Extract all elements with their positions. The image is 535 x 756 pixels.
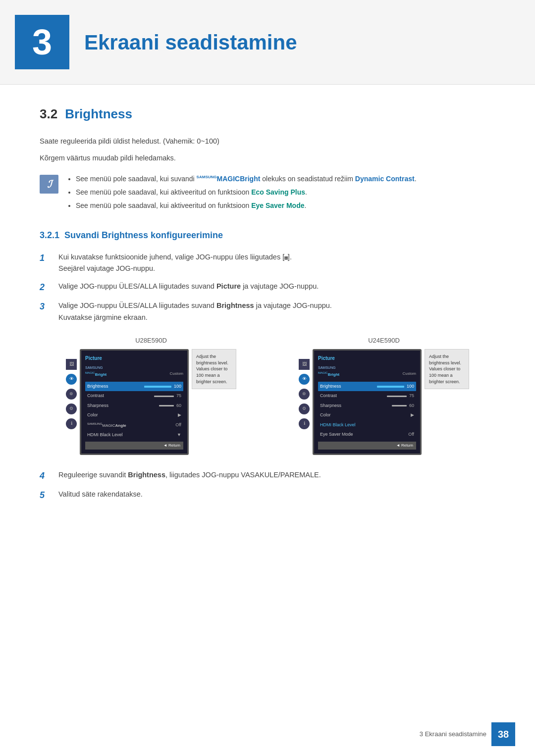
monitors-area: U28E590D 🖼 👁 ⊕ ⚙ ℹ Picture SAMSUNG MAGIC… (40, 336, 495, 455)
step-1: 1 Kui kuvatakse funktsioonide juhend, va… (40, 252, 495, 275)
step-4: 4 Reguleerige suvandit Brightness, liigu… (40, 470, 495, 482)
monitor-icon-info-r: ℹ (299, 418, 310, 429)
menu-item-brightness-left: Brightness 100 (85, 382, 183, 392)
return-btn-left: ◄ Return (85, 442, 183, 450)
monitor-icon-pic-r: 🖼 (299, 359, 310, 370)
monitor-icon-eye: 👁 (66, 374, 77, 385)
chapter-title: Ekraani seadistamine (84, 27, 297, 58)
menu-item-color-left: Color ▶ (85, 410, 183, 420)
menu-item-contrast-left: Contrast 75 (85, 391, 183, 401)
steps-list-after: 4 Reguleerige suvandit Brightness, liigu… (40, 470, 495, 502)
note-list: See menüü pole saadaval, kui suvandi SAM… (66, 174, 495, 211)
section-number: 3.2 (40, 104, 57, 124)
monitor-right: U24E590D 🖼 👁 ⊕ ⚙ ℹ Picture SAMSUNG MAGIC… (272, 336, 495, 455)
eco-saving-plus: Eco Saving Plus (251, 188, 305, 196)
intro-line1: Saate reguleerida pildi üldist heledust.… (40, 136, 495, 147)
section-title: Brightness (65, 104, 132, 124)
menu-item-magic-angle-left: SAMSUNGMAGICAngle Off (85, 420, 183, 430)
menu-item-contrast-right: Contrast 75 (318, 391, 416, 401)
chapter-header: 3 Ekraani seadistamine (0, 0, 535, 85)
note-item-2: See menüü pole saadaval, kui aktiveeritu… (76, 187, 495, 198)
page-footer: 3 Ekraani seadistamine 38 (420, 722, 515, 746)
menu-item-sharpness-left: Sharpness 60 (85, 401, 183, 411)
brightness-bold-2: Brightness (128, 471, 165, 479)
footer-page-number: 38 (491, 722, 515, 746)
intro-line2: Kõrgem väärtus muudab pildi heledamaks. (40, 153, 495, 164)
monitor-left-label: U28E590D (135, 336, 167, 346)
return-btn-right: ◄ Return (318, 442, 416, 450)
left-icons-right: 🖼 👁 ⊕ ⚙ ℹ (299, 349, 310, 429)
menu-item-sharpness-right: Sharpness 60 (318, 401, 416, 411)
left-icons-left: 🖼 👁 ⊕ ⚙ ℹ (66, 349, 77, 429)
note-item-3: See menüü pole saadaval, kui aktiveeritu… (76, 201, 495, 211)
menu-left-header: Picture (85, 354, 183, 362)
monitor-right-screen: Picture SAMSUNG MAGICBright Custom Brigh… (313, 349, 422, 455)
monitor-icon-arrow-r: ⊕ (299, 389, 310, 400)
monitor-icon-info: ℹ (66, 418, 77, 429)
menu-right-header: Picture (318, 354, 416, 362)
monitor-left-screen: Picture SAMSUNG MAGICBright Custom Brigh… (80, 349, 189, 455)
chapter-number: 3 (15, 15, 69, 69)
menu-item-color-right: Color ▶ (318, 410, 416, 420)
subsection-heading: 3.2.1 Suvandi Brightness konfigureerimin… (40, 229, 495, 242)
monitor-icon-arrow: ⊕ (66, 389, 77, 400)
brand-bright: SAMSUNGMAGICBright (197, 175, 261, 183)
note-icon: ℐ (40, 175, 58, 194)
steps-list: 1 Kui kuvatakse funktsioonide juhend, va… (40, 252, 495, 323)
menu-item-hdmi-right: HDMI Black Level (318, 420, 416, 430)
note-item-1: See menüü pole saadaval, kui suvandi SAM… (76, 174, 495, 184)
monitor-right-label: U24E590D (368, 336, 400, 346)
monitor-right-full: 🖼 👁 ⊕ ⚙ ℹ Picture SAMSUNG MAGICBright Cu… (299, 349, 469, 455)
footer-chapter-label: 3 Ekraani seadistamine (420, 729, 486, 739)
menu-item-brightness-right: Brightness 100 (318, 382, 416, 392)
monitor-icon-gear-r: ⚙ (299, 403, 310, 414)
menu-left-brand: SAMSUNG MAGICBright Custom (85, 365, 183, 378)
tooltip-left: Adjust the brightness level. Values clos… (192, 349, 236, 389)
step-3: 3 Valige JOG-nuppu ÜLES/ALLA liigutades … (40, 301, 495, 323)
tooltip-right: Adjust the brightness level. Values clos… (425, 349, 469, 389)
brightness-bold: Brightness (216, 302, 254, 309)
note-content: See menüü pole saadaval, kui suvandi SAM… (66, 174, 495, 214)
monitor-left: U28E590D 🖼 👁 ⊕ ⚙ ℹ Picture SAMSUNG MAGIC… (40, 336, 263, 455)
subsection-number: 3.2.1 (40, 229, 59, 242)
step-5: 5 Valitud säte rakendatakse. (40, 489, 495, 502)
main-content: 3.2 Brightness Saate reguleerida pildi ü… (0, 104, 535, 502)
monitor-icon-pic: 🖼 (66, 359, 77, 370)
monitor-icon-eye-r: 👁 (299, 374, 310, 385)
note-box: ℐ See menüü pole saadaval, kui suvandi S… (40, 174, 495, 214)
menu-item-hdmi-left: HDMI Black Level ▼ (85, 430, 183, 440)
monitor-left-full: 🖼 👁 ⊕ ⚙ ℹ Picture SAMSUNG MAGICBright Cu… (66, 349, 236, 455)
menu-item-eye-saver-right: Eye Saver Mode Off (318, 430, 416, 440)
picture-bold: Picture (216, 282, 241, 290)
monitor-icon-gear: ⚙ (66, 403, 77, 414)
section-heading: 3.2 Brightness (40, 104, 495, 124)
eye-saver-mode: Eye Saver Mode (251, 202, 304, 209)
subsection-title: Suvandi Brightness konfigureerimine (64, 229, 223, 242)
dynamic-contrast: Dynamic Contrast (355, 175, 415, 183)
step-2: 2 Valige JOG-nuppu ÜLES/ALLA liigutades … (40, 281, 495, 294)
menu-right-brand: SAMSUNG MAGICBright Custom (318, 365, 416, 378)
